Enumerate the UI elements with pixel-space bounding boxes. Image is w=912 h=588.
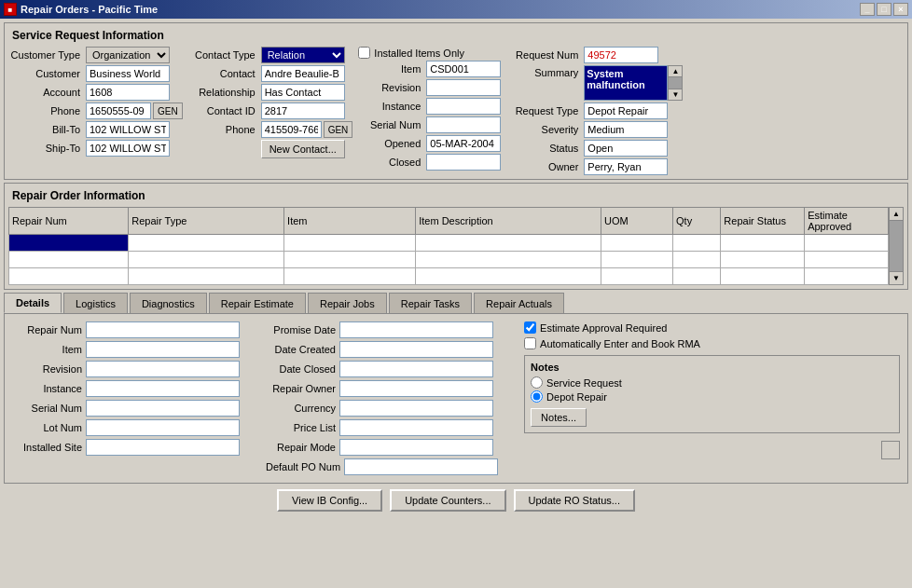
service-request-radio[interactable] bbox=[531, 376, 543, 389]
row1-repair-num[interactable] bbox=[9, 235, 129, 252]
service-request-header: Service Request Information bbox=[8, 27, 904, 44]
row2-repair-status[interactable] bbox=[721, 252, 805, 268]
default-po-field[interactable] bbox=[344, 458, 498, 475]
installed-items-checkbox[interactable] bbox=[358, 47, 370, 59]
row3-item[interactable] bbox=[284, 268, 416, 285]
price-list-label: Price List bbox=[266, 422, 336, 433]
row1-uom[interactable] bbox=[601, 235, 673, 252]
revision-input[interactable] bbox=[426, 79, 501, 96]
repair-mode-field[interactable] bbox=[339, 439, 493, 456]
row1-repair-type[interactable] bbox=[129, 235, 284, 252]
update-ro-status-button[interactable]: Update RO Status... bbox=[514, 489, 635, 512]
promise-date-label: Promise Date bbox=[266, 324, 336, 335]
row3-repair-num[interactable] bbox=[9, 268, 129, 285]
depot-repair-radio[interactable] bbox=[531, 390, 543, 403]
minimize-button[interactable]: _ bbox=[860, 3, 875, 16]
row3-qty[interactable] bbox=[673, 268, 721, 285]
date-created-field[interactable] bbox=[339, 341, 493, 358]
row3-estimate-approved[interactable] bbox=[805, 268, 889, 285]
ship-to-input[interactable] bbox=[86, 140, 170, 157]
row3-repair-status[interactable] bbox=[721, 268, 805, 285]
row2-repair-type[interactable] bbox=[129, 252, 284, 268]
request-num-input[interactable] bbox=[584, 47, 658, 63]
row3-repair-type[interactable] bbox=[129, 268, 284, 285]
installed-site-field[interactable] bbox=[86, 439, 240, 456]
new-contact-button[interactable]: New Contact... bbox=[261, 140, 345, 158]
row2-item[interactable] bbox=[284, 252, 416, 268]
repair-owner-field[interactable] bbox=[339, 380, 493, 397]
table-scroll-up[interactable]: ▲ bbox=[890, 208, 903, 221]
date-closed-field[interactable] bbox=[339, 361, 493, 377]
auto-enter-checkbox[interactable] bbox=[524, 337, 536, 349]
contact-phone-gen-button[interactable]: GEN bbox=[324, 121, 353, 138]
instance-field[interactable] bbox=[86, 380, 240, 397]
table-scrollbar[interactable]: ▲ ▼ bbox=[889, 207, 904, 285]
contact-id-input[interactable] bbox=[261, 103, 345, 119]
repair-num-label: Repair Num bbox=[12, 324, 82, 335]
table-row[interactable] bbox=[9, 252, 889, 268]
owner-input[interactable] bbox=[584, 158, 668, 175]
severity-input[interactable] bbox=[584, 121, 668, 138]
serial-num-input[interactable] bbox=[426, 116, 501, 133]
row2-estimate-approved[interactable] bbox=[805, 252, 889, 268]
row3-item-desc[interactable] bbox=[416, 268, 601, 285]
customer-type-select[interactable]: Organization bbox=[86, 47, 170, 63]
customer-input[interactable]: Business World bbox=[86, 65, 170, 82]
bill-to-input[interactable] bbox=[86, 121, 170, 138]
row2-item-desc[interactable] bbox=[416, 252, 601, 268]
row1-repair-status[interactable] bbox=[721, 235, 805, 252]
row2-repair-num[interactable] bbox=[9, 252, 129, 268]
phone-gen-button[interactable]: GEN bbox=[153, 103, 183, 119]
phone-input[interactable] bbox=[86, 103, 151, 119]
row3-uom[interactable] bbox=[601, 268, 673, 285]
main-window: Service Request Information Customer Typ… bbox=[0, 19, 912, 515]
price-list-field[interactable] bbox=[339, 419, 493, 436]
tab-repair-tasks[interactable]: Repair Tasks bbox=[389, 293, 472, 313]
opened-input[interactable] bbox=[426, 135, 501, 152]
table-scroll-down[interactable]: ▼ bbox=[890, 271, 903, 284]
row2-qty[interactable] bbox=[673, 252, 721, 268]
account-input[interactable] bbox=[86, 84, 170, 101]
summary-scroll-down[interactable]: ▼ bbox=[669, 89, 682, 100]
customer-label: Customer bbox=[8, 68, 83, 79]
row1-item-desc[interactable] bbox=[416, 235, 601, 252]
serial-num-label: Serial Num bbox=[358, 119, 423, 130]
item-field[interactable] bbox=[86, 341, 240, 358]
tab-diagnostics[interactable]: Diagnostics bbox=[130, 293, 207, 313]
notes-button[interactable]: Notes... bbox=[531, 408, 587, 427]
maximize-button[interactable]: □ bbox=[877, 3, 891, 16]
tab-repair-estimate[interactable]: Repair Estimate bbox=[209, 293, 306, 313]
row1-item[interactable] bbox=[284, 235, 416, 252]
revision-field[interactable] bbox=[86, 361, 240, 377]
update-counters-button[interactable]: Update Counters... bbox=[390, 489, 505, 512]
title-bar-controls[interactable]: _ □ × bbox=[860, 3, 908, 16]
tab-details[interactable]: Details bbox=[4, 293, 62, 313]
row1-estimate-approved[interactable] bbox=[805, 235, 889, 252]
table-row[interactable] bbox=[9, 268, 889, 285]
row2-uom[interactable] bbox=[601, 252, 673, 268]
tab-logistics[interactable]: Logistics bbox=[63, 293, 128, 313]
closed-input[interactable] bbox=[426, 154, 501, 171]
lot-num-field[interactable] bbox=[86, 419, 240, 436]
contact-input[interactable] bbox=[261, 65, 345, 82]
contact-phone-input[interactable] bbox=[261, 121, 322, 138]
table-row[interactable] bbox=[9, 235, 889, 252]
summary-box[interactable]: System malfunction bbox=[584, 65, 668, 101]
estimate-approval-checkbox[interactable] bbox=[524, 321, 536, 334]
request-type-input[interactable] bbox=[584, 103, 668, 119]
item-input[interactable] bbox=[426, 61, 501, 77]
row1-qty[interactable] bbox=[673, 235, 721, 252]
currency-field[interactable] bbox=[339, 400, 493, 417]
tab-repair-jobs[interactable]: Repair Jobs bbox=[308, 293, 387, 313]
repair-num-field[interactable] bbox=[86, 321, 240, 338]
close-button[interactable]: × bbox=[893, 3, 908, 16]
status-input[interactable] bbox=[584, 140, 668, 157]
serial-num-field[interactable] bbox=[86, 400, 240, 417]
promise-date-field[interactable] bbox=[339, 321, 493, 338]
contact-type-select[interactable]: Relation bbox=[261, 47, 345, 63]
tab-repair-actuals[interactable]: Repair Actuals bbox=[474, 293, 564, 313]
view-ib-config-button[interactable]: View IB Config... bbox=[277, 489, 382, 512]
summary-scroll-up[interactable]: ▲ bbox=[669, 66, 682, 77]
instance-input[interactable] bbox=[426, 98, 501, 115]
relationship-input[interactable] bbox=[261, 84, 345, 101]
